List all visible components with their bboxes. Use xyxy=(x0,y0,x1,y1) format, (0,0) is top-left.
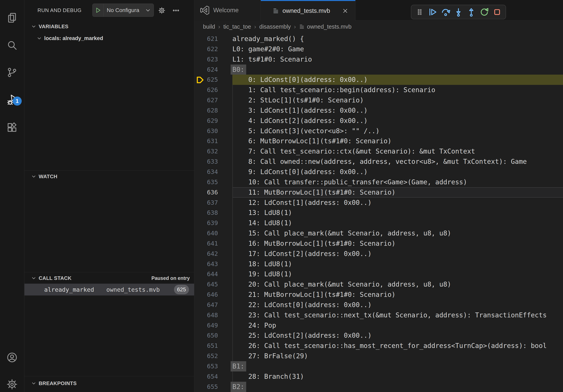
code-line-654[interactable]: 654 28: Branch(31) xyxy=(194,371,563,382)
code-line-645[interactable]: 645 20: Call place_mark(&mut Scenario, a… xyxy=(194,279,563,289)
line-number[interactable]: 635 xyxy=(194,177,218,187)
line-number[interactable]: 636 xyxy=(194,187,218,197)
variables-scope-locals[interactable]: locals: already_marked xyxy=(25,33,194,44)
line-number[interactable]: 627 xyxy=(194,95,218,105)
debug-configuration-dropdown[interactable]: No Configura xyxy=(92,3,154,17)
activity-item-explorer[interactable] xyxy=(0,8,24,27)
line-number[interactable]: 647 xyxy=(194,300,218,310)
code-line-655[interactable]: 655B2: xyxy=(194,382,563,392)
line-number[interactable]: 630 xyxy=(194,126,218,136)
section-header-watch[interactable]: WATCH xyxy=(25,171,194,182)
code-line-639[interactable]: 639 14: LdU8(1) xyxy=(194,218,563,228)
code-line-630[interactable]: 630 5: LdConst[3](vector<u8>: "" /..) xyxy=(194,126,563,136)
toolbar-drag-handle[interactable] xyxy=(415,7,425,17)
line-number[interactable]: 640 xyxy=(194,228,218,238)
stop-button[interactable] xyxy=(492,7,502,17)
line-number[interactable]: 642 xyxy=(194,249,218,259)
code-line-626[interactable]: 626 1: Call test_scenario::begin(address… xyxy=(194,85,563,95)
line-number[interactable]: 638 xyxy=(194,208,218,218)
code-line-648[interactable]: 648 23: Call test_scenario::next_tx(&mut… xyxy=(194,310,563,320)
activity-item-accounts[interactable] xyxy=(0,348,24,367)
line-number[interactable]: 652 xyxy=(194,351,218,361)
code-line-641[interactable]: 641 16: MutBorrowLoc[1](ts#1#0: Scenario… xyxy=(194,238,563,249)
code-line-624[interactable]: 624B0: xyxy=(194,65,563,75)
code-line-629[interactable]: 629 4: LdConst[2](address: 0x00..) xyxy=(194,116,563,126)
code-line-627[interactable]: 627 2: StLoc[1](ts#1#0: Scenario) xyxy=(194,95,563,105)
code-line-633[interactable]: 633 8: Call owned::new(address, address,… xyxy=(194,157,563,167)
code-line-631[interactable]: 631 6: MutBorrowLoc[1](ts#1#0: Scenario) xyxy=(194,136,563,146)
line-number[interactable]: 621 xyxy=(194,34,218,44)
line-number[interactable]: 648 xyxy=(194,310,218,320)
code-line-643[interactable]: 643 18: LdU8(1) xyxy=(194,259,563,269)
code-line-632[interactable]: 632 7: Call test_scenario::ctx(&mut Scen… xyxy=(194,146,563,157)
line-number[interactable]: 651 xyxy=(194,341,218,351)
breadcrumb-item-build[interactable]: build xyxy=(203,24,215,30)
code-line-636[interactable]: 636 11: MutBorrowLoc[1](ts#1#0: Scenario… xyxy=(194,187,563,197)
code-line-635[interactable]: 635 10: Call transfer::public_transfer<G… xyxy=(194,177,563,187)
line-number[interactable]: 623 xyxy=(194,54,218,65)
line-number[interactable]: 632 xyxy=(194,146,218,157)
code-line-642[interactable]: 642 17: LdConst[2](address: 0x00..) xyxy=(194,249,563,259)
line-number[interactable]: 643 xyxy=(194,259,218,269)
line-number[interactable]: 641 xyxy=(194,238,218,249)
call-stack-frame-row[interactable]: already_marked owned_tests.mvb 625 xyxy=(25,284,194,296)
more-actions-button[interactable] xyxy=(172,7,180,14)
code-line-622[interactable]: 622L0: game#2#0: Game xyxy=(194,44,563,54)
code-line-650[interactable]: 650 25: LdConst[2](address: 0x00..) xyxy=(194,330,563,341)
activity-item-extensions[interactable] xyxy=(0,118,24,137)
section-header-call-stack[interactable]: CALL STACK Paused on entry xyxy=(25,273,194,284)
restart-button[interactable] xyxy=(479,7,489,17)
code-line-646[interactable]: 646 21: MutBorrowLoc[1](ts#1#0: Scenario… xyxy=(194,289,563,300)
code-line-623[interactable]: 623L1: ts#1#0: Scenario xyxy=(194,54,563,65)
code-line-653[interactable]: 653B1: xyxy=(194,361,563,371)
section-header-breakpoints[interactable]: BREAKPOINTS xyxy=(25,378,194,389)
breadcrumb-item-disassembly[interactable]: disassembly xyxy=(259,24,291,30)
activity-item-source-control[interactable] xyxy=(0,63,24,82)
code-editor[interactable]: 621already_marked() {622L0: game#2#0: Ga… xyxy=(194,33,563,392)
step-out-button[interactable] xyxy=(466,7,476,17)
line-number[interactable]: 626 xyxy=(194,85,218,95)
continue-button[interactable] xyxy=(428,7,437,17)
line-number[interactable]: 653 xyxy=(194,361,218,371)
line-number[interactable]: 634 xyxy=(194,167,218,177)
code-line-651[interactable]: 651 26: Call test_scenario::has_most_rec… xyxy=(194,341,563,351)
line-number[interactable]: 655 xyxy=(194,382,218,392)
step-over-button[interactable] xyxy=(441,7,450,17)
code-line-640[interactable]: 640 15: Call place_mark(&mut Scenario, a… xyxy=(194,228,563,238)
close-icon[interactable] xyxy=(342,8,349,14)
start-debugging-button[interactable] xyxy=(92,4,103,17)
line-number[interactable]: 644 xyxy=(194,269,218,279)
code-line-649[interactable]: 649 24: Pop xyxy=(194,320,563,331)
line-number[interactable]: 631 xyxy=(194,136,218,146)
line-number[interactable]: 654 xyxy=(194,371,218,382)
line-number[interactable]: 633 xyxy=(194,157,218,167)
debug-settings-button[interactable] xyxy=(158,7,166,14)
code-line-621[interactable]: 621already_marked() { xyxy=(194,34,563,44)
line-number[interactable]: 629 xyxy=(194,116,218,126)
code-line-647[interactable]: 647 22: LdConst[0](address: 0x00..) xyxy=(194,300,563,310)
line-number[interactable]: 639 xyxy=(194,218,218,228)
tab-welcome[interactable]: Welcome xyxy=(194,0,261,21)
step-into-button[interactable] xyxy=(454,7,463,17)
line-number[interactable]: 645 xyxy=(194,279,218,289)
tab-owned-tests[interactable]: owned_tests.mvb xyxy=(261,0,356,21)
activity-item-settings[interactable] xyxy=(0,375,24,392)
code-line-638[interactable]: 638 13: LdU8(1) xyxy=(194,208,563,218)
line-number[interactable]: 646 xyxy=(194,289,218,300)
line-number[interactable]: 637 xyxy=(194,197,218,208)
activity-item-search[interactable] xyxy=(0,36,24,55)
code-line-644[interactable]: 644 19: LdU8(1) xyxy=(194,269,563,279)
code-line-634[interactable]: 634 9: LdConst[0](address: 0x00..) xyxy=(194,167,563,177)
code-line-637[interactable]: 637 12: LdConst[1](address: 0x00..) xyxy=(194,197,563,208)
breadcrumb-item-tic-tac-toe[interactable]: tic_tac_toe xyxy=(223,24,251,30)
line-number[interactable]: 650 xyxy=(194,330,218,341)
code-line-628[interactable]: 628 3: LdConst[1](address: 0x00..) xyxy=(194,105,563,116)
code-line-625[interactable]: 625 0: LdConst[0](address: 0x00..) xyxy=(194,75,563,85)
line-number[interactable]: 624 xyxy=(194,65,218,75)
breadcrumb-item-file[interactable]: owned_tests.mvb xyxy=(299,24,352,30)
line-number[interactable]: 628 xyxy=(194,105,218,116)
line-number[interactable]: 649 xyxy=(194,320,218,331)
section-header-variables[interactable]: VARIABLES xyxy=(25,21,194,32)
line-number[interactable]: 622 xyxy=(194,44,218,54)
code-line-652[interactable]: 652 27: BrFalse(29) xyxy=(194,351,563,361)
